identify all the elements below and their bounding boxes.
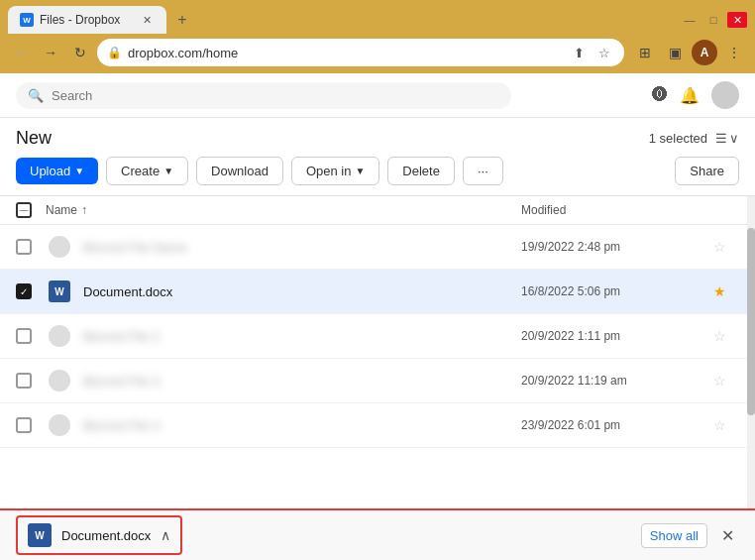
menu-icon[interactable]: ⋮ [721,40,747,65]
share-page-icon[interactable]: ⬆ [569,43,589,62]
file-checkbox[interactable] [16,417,32,433]
file-name: Document.docx [83,284,172,299]
action-bar: Upload ▼ Create ▼ Download Open in ▼ Del… [0,157,755,196]
file-info: Blurred File 3 [46,367,521,394]
download-close-button[interactable]: ✕ [715,523,739,547]
active-tab[interactable]: W Files - Dropbox ✕ [8,6,166,34]
share-button[interactable]: Share [675,157,739,185]
star-icon[interactable]: ☆ [700,417,739,433]
name-column-header: Name [46,203,77,217]
close-button[interactable]: ✕ [727,12,747,28]
download-actions: Show all ✕ [641,523,739,548]
generic-file-icon [49,325,70,347]
user-avatar[interactable] [711,81,739,109]
file-name: Blurred File 4 [83,418,160,433]
star-icon[interactable]: ☆ [700,239,739,255]
select-all-checkbox[interactable]: — [16,202,32,218]
table-row[interactable]: Blurred File 3 20/9/2022 11:19 am ☆ [0,359,755,403]
search-input[interactable] [52,88,499,103]
file-info: Blurred File 2 [46,322,521,350]
minimize-button[interactable]: — [680,12,700,28]
url-text: dropbox.com/home [128,46,563,60]
forward-button[interactable]: → [38,40,63,65]
name-sort-icon[interactable]: ↑ [81,203,87,217]
bookmark-icon[interactable]: ☆ [594,43,614,62]
lock-icon: 🔒 [107,46,122,59]
toolbar: New 1 selected ☰ ∨ [0,118,755,157]
file-name: Blurred File 3 [83,374,160,389]
file-checkbox[interactable] [16,328,32,344]
file-info: Blurred File 4 [46,411,521,439]
tab-close-button[interactable]: ✕ [139,12,155,28]
file-checkbox[interactable]: ✓ [16,283,32,299]
modified-date: 16/8/2022 5:06 pm [521,284,700,298]
list-view-icon[interactable]: ☰ [715,131,727,146]
modified-column-header: Modified [521,203,700,217]
file-name: Blurred File 2 [83,329,160,344]
table-row[interactable]: Blurred File Name 19/9/2022 2:48 pm ☆ [0,225,755,270]
show-all-button[interactable]: Show all [641,523,707,548]
upload-dropdown-arrow: ▼ [74,166,84,176]
create-dropdown-arrow: ▼ [163,166,173,176]
scrollbar-thumb[interactable] [747,228,755,415]
table-row[interactable]: Blurred File 2 20/9/2022 1:11 pm ☆ [0,314,755,359]
file-list-header: — Name ↑ Modified [0,196,755,225]
new-tab-button[interactable]: + [170,8,194,32]
word-icon: W [49,280,70,302]
create-button[interactable]: Create ▼ [106,157,188,185]
refresh-button[interactable]: ↻ [67,40,93,65]
file-info: W Document.docx [46,278,521,305]
help-icon[interactable]: ⓿ [652,86,668,104]
download-bar: W Document.docx ∧ Show all ✕ [0,508,755,560]
profile-icon[interactable]: A [692,40,717,65]
open-in-button[interactable]: Open in ▼ [291,157,379,185]
download-chevron-icon[interactable]: ∧ [161,527,170,543]
more-button[interactable]: ··· [463,157,503,185]
address-bar[interactable]: 🔒 dropbox.com/home ⬆ ☆ [97,39,624,66]
modified-date: 20/9/2022 1:11 pm [521,329,700,343]
search-icon: 🔍 [28,88,44,103]
tab-title: Files - Dropbox [40,13,120,27]
maximize-button[interactable]: □ [703,12,723,28]
tab-favicon: W [20,13,34,27]
star-icon[interactable]: ★ [700,283,739,299]
sidebar-icon[interactable]: ▣ [662,40,688,65]
delete-button[interactable]: Delete [387,157,455,185]
back-button[interactable]: ← [8,40,34,65]
generic-file-icon [49,370,70,392]
modified-date: 20/9/2022 11:19 am [521,374,700,388]
generic-file-icon [49,414,70,436]
file-checkbox[interactable] [16,373,32,389]
section-title: New [16,128,52,149]
modified-date: 19/9/2022 2:48 pm [521,240,700,254]
star-icon[interactable]: ☆ [700,328,739,344]
upload-label: Upload [30,164,70,178]
upload-button[interactable]: Upload ▼ [16,158,98,184]
star-icon[interactable]: ☆ [700,373,739,389]
file-list: — Name ↑ Modified Blurred File Name 19/9… [0,196,755,508]
download-file-icon: W [28,523,52,547]
file-name: Blurred File Name [83,240,187,255]
download-item-box: W Document.docx ∧ [16,515,182,555]
download-button[interactable]: Download [196,157,283,185]
file-info: Blurred File Name [46,233,521,261]
view-chevron-icon[interactable]: ∨ [729,131,739,146]
table-row[interactable]: Blurred File 4 23/9/2022 6:01 pm ☆ [0,403,755,448]
modified-date: 23/9/2022 6:01 pm [521,418,700,432]
open-in-dropdown-arrow: ▼ [355,166,365,176]
file-checkbox[interactable] [16,239,32,255]
download-file-name: Document.docx [61,528,151,543]
notifications-icon[interactable]: 🔔 [680,86,700,105]
selected-count: 1 selected [649,131,707,146]
scrollbar-track[interactable] [747,196,755,508]
generic-file-icon [49,236,70,258]
table-row[interactable]: ✓ W Document.docx 16/8/2022 5:06 pm ★ [0,270,755,314]
extensions-icon[interactable]: ⊞ [632,40,658,65]
